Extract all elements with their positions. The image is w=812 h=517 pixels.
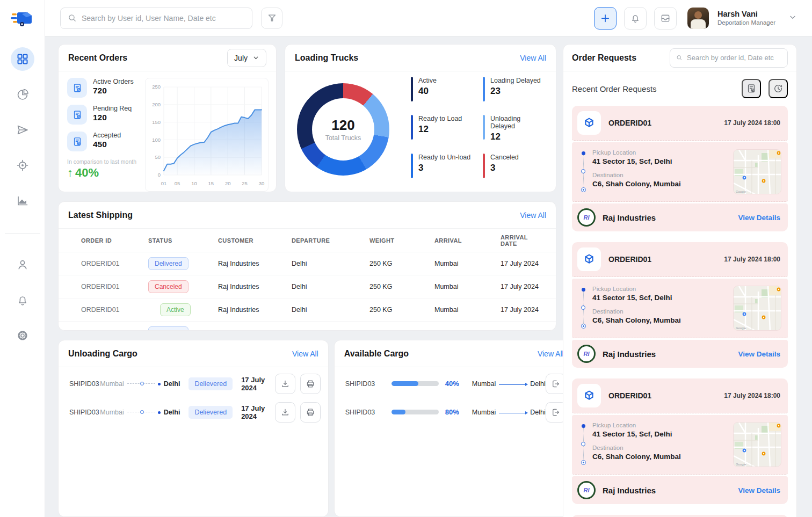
cargo-route: Mumbai Delhi xyxy=(472,409,546,416)
growth-arrow-icon: ↑ xyxy=(67,166,73,180)
legend-item: Loading Delayed 23 xyxy=(483,77,545,105)
progress-fill xyxy=(392,381,418,386)
cargo-route: Mumbai Delhi xyxy=(100,409,180,416)
waypoint-circle-icon xyxy=(581,169,585,173)
sidebar-item-tracking[interactable] xyxy=(11,154,34,177)
capacity-percent: 80% xyxy=(445,408,465,416)
svg-text:10: 10 xyxy=(191,180,197,186)
view-details-link[interactable]: View Details xyxy=(738,214,780,222)
route-to: Delhi xyxy=(530,380,546,388)
legend-color-bar xyxy=(483,115,485,140)
download-button[interactable] xyxy=(275,402,295,423)
package-cube-icon xyxy=(577,247,601,271)
cargo-route: Mumbai Delhi xyxy=(100,380,180,388)
print-button[interactable] xyxy=(300,402,321,423)
table-row[interactable]: ORDERID01 Delivered Raj Industries Delhi… xyxy=(59,252,556,275)
ship-id: SHIPID03 xyxy=(69,409,100,416)
legend-item: Canceled 3 xyxy=(483,154,545,182)
destination-label: Destination xyxy=(592,172,733,178)
table-row[interactable]: ORDERID01 Delivered Raj Industries Delhi… xyxy=(59,322,556,331)
order-request-card[interactable]: ORDERID01 17 July 2024 18:00 xyxy=(572,515,788,517)
svg-text:01: 01 xyxy=(161,180,167,186)
view-details-link[interactable]: View Details xyxy=(738,350,780,358)
app-logo[interactable] xyxy=(0,0,45,37)
legend-value: 40 xyxy=(418,86,437,97)
destination-label: Destination xyxy=(592,445,733,451)
legend-value: 12 xyxy=(418,124,462,135)
unloading-cargo-row: SHIPID03 Mumbai Delhi Delievered 17 July… xyxy=(59,400,328,424)
user-avatar[interactable] xyxy=(687,8,709,29)
cell-order-id: ORDERID01 xyxy=(81,329,148,331)
order-requests-panel: Order Requests Recent Order Requests xyxy=(563,44,797,517)
inbox-button[interactable] xyxy=(654,7,677,30)
table-row[interactable]: ORDERID01 Canceled Raj Industries Delhi … xyxy=(59,275,556,298)
global-search[interactable] xyxy=(60,8,252,29)
sidebar-item-reports[interactable] xyxy=(11,189,34,213)
sidebar-item-notifications[interactable] xyxy=(11,288,34,312)
available-cargo-view-all[interactable]: View All xyxy=(538,349,564,358)
legend-color-bar xyxy=(411,154,413,178)
orders-line-chart: 05010015020025001051015202530 xyxy=(148,82,266,189)
order-stat: Accepted 450 xyxy=(67,132,140,151)
notifications-button[interactable] xyxy=(624,7,647,30)
orders-chart-box: 05010015020025001051015202530 xyxy=(145,78,269,192)
print-button[interactable] xyxy=(300,374,321,394)
view-details-link[interactable]: View Details xyxy=(738,486,780,494)
table-row[interactable]: ORDERID01 Active Raj Industries Delhi 25… xyxy=(59,298,556,322)
user-name: Harsh Vani xyxy=(717,9,775,19)
unloading-cargo-view-all[interactable]: View All xyxy=(292,349,318,358)
svg-text:20: 20 xyxy=(225,180,231,186)
sidebar-item-analytics[interactable] xyxy=(11,83,34,106)
document-check-icon xyxy=(746,83,757,94)
history-button[interactable] xyxy=(769,79,788,98)
company-avatar: RI xyxy=(577,345,596,363)
order-request-card[interactable]: ORDERID01 17 July 2024 18:00 xyxy=(572,378,788,504)
user-menu-toggle[interactable] xyxy=(788,13,797,24)
cell-arrival-date: 17 July 2024 xyxy=(501,283,545,290)
filter-button[interactable] xyxy=(261,8,282,29)
add-button[interactable] xyxy=(594,7,617,30)
order-requests-title: Order Requests xyxy=(572,53,636,63)
loading-trucks-view-all[interactable]: View All xyxy=(520,54,546,62)
user-icon xyxy=(16,258,29,271)
order-requests-search[interactable] xyxy=(670,48,788,68)
sidebar-item-shipments[interactable] xyxy=(11,118,34,142)
stat-value: 120 xyxy=(93,113,132,122)
order-request-card[interactable]: ORDERID01 17 July 2024 18:00 xyxy=(572,242,788,368)
map-thumbnail[interactable]: Google xyxy=(733,149,781,194)
cell-customer: Raj Industries xyxy=(218,260,292,267)
cell-arrival-date: 17 July 2024 xyxy=(501,306,545,314)
column-header: WEIGHT xyxy=(369,237,434,244)
legend-item: Ready to Load 12 xyxy=(411,115,473,143)
cell-customer: Raj Industries xyxy=(218,329,292,331)
package-cube-icon xyxy=(577,111,601,135)
app-root: Harsh Vani Deportation Manager Recent Or… xyxy=(0,0,812,517)
cell-order-id: ORDERID01 xyxy=(81,260,148,267)
download-button[interactable] xyxy=(275,374,295,394)
map-thumbnail[interactable]: Google xyxy=(733,422,781,467)
stat-label: Active Orders xyxy=(93,78,134,85)
route-to: Delhi xyxy=(530,409,546,416)
svg-text:30: 30 xyxy=(259,180,265,186)
month-select[interactable]: July xyxy=(227,49,266,67)
svg-text:15: 15 xyxy=(208,180,214,186)
document-check-icon xyxy=(67,105,87,125)
order-requests-list: ORDERID01 17 July 2024 18:00 xyxy=(563,104,796,517)
sidebar-item-profile[interactable] xyxy=(11,253,34,276)
map-thumbnail[interactable]: Google xyxy=(733,286,781,331)
pickup-address: 41 Sector 15, Scf, Delhi xyxy=(592,294,733,302)
comparison-note: In comparison to last month xyxy=(67,158,140,165)
cell-weight: 250 KG xyxy=(369,260,434,267)
list-view-button[interactable] xyxy=(742,79,761,98)
sidebar-item-dashboard[interactable] xyxy=(11,47,34,71)
stat-label: Pending Req xyxy=(93,105,132,112)
cell-arrival: Mumbai xyxy=(434,283,501,290)
search-input[interactable] xyxy=(82,14,245,23)
legend-item: Unloading Delayed 12 xyxy=(483,115,545,143)
sidebar-item-settings[interactable] xyxy=(11,324,34,347)
order-search-input[interactable] xyxy=(687,54,781,62)
order-request-card[interactable]: ORDERID01 17 July 2024 18:00 xyxy=(572,106,788,231)
map-attribution: Google xyxy=(736,326,746,330)
latest-shipping-view-all[interactable]: View All xyxy=(520,211,546,220)
route-rail xyxy=(581,424,586,467)
